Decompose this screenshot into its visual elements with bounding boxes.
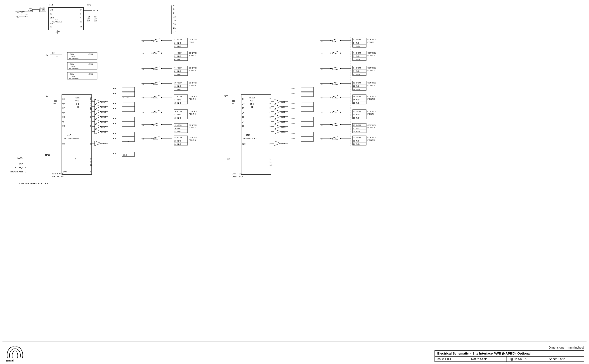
svg-text:9: 9 [174, 73, 175, 75]
svg-text:25V: 25V [87, 20, 90, 22]
svg-marker-373 [274, 119, 280, 124]
svg-text:GND: GND [50, 17, 54, 19]
svg-text:U18:G: U18:G [281, 126, 286, 128]
svg-text:COM: COM [356, 82, 361, 84]
svg-text:3: 3 [143, 97, 144, 99]
svg-text:GND: GND [75, 103, 79, 105]
svg-text:+5V: +5V [113, 137, 117, 140]
svg-text:N/C: N/C [177, 99, 181, 101]
svg-text:POINT 16: POINT 16 [368, 139, 375, 141]
svg-text:14: 14 [80, 9, 82, 11]
svg-text:N/O: N/O [356, 117, 360, 119]
svg-text:CONTROL: CONTROL [189, 67, 197, 69]
svg-text:S1950064  SHEET 2 OF 2  V2: S1950064 SHEET 2 OF 2 V2 [19, 182, 48, 185]
svg-text:CONTROL: CONTROL [189, 39, 197, 41]
svg-text:TP1: TP1 [87, 3, 91, 6]
svg-text:11: 11 [270, 161, 272, 163]
svg-point-469 [330, 138, 331, 139]
svg-text:QH: QH [62, 98, 65, 100]
svg-text:QC: QC [62, 121, 65, 123]
svg-text:N/C: N/C [356, 99, 360, 101]
svg-text:7: 7 [174, 67, 175, 69]
svg-point-455 [330, 112, 331, 113]
svg-text:COM: COM [177, 110, 182, 113]
title-table: Electrical Schematic – Site Interface PW… [435, 350, 584, 362]
svg-text:K6:A: K6:A [153, 112, 158, 114]
svg-point-462 [330, 124, 331, 125]
svg-text:N/O: N/O [356, 143, 360, 145]
svg-text:+5V: +5V [224, 95, 228, 97]
svg-marker-148 [95, 141, 101, 146]
svg-text:10: 10 [90, 97, 92, 99]
svg-text:1: 1 [123, 96, 124, 98]
svg-text:L6: L6 [52, 52, 55, 54]
svg-text:U20:A: U20:A [281, 131, 286, 133]
svg-text:TP2: TP2 [49, 3, 53, 6]
svg-point-237 [151, 138, 152, 139]
svg-text:COM: COM [70, 63, 74, 65]
svg-point-188 [151, 40, 152, 41]
svg-point-420 [330, 40, 331, 41]
svg-text:11: 11 [353, 85, 355, 87]
svg-text:MC74HC595AD: MC74HC595AD [64, 137, 79, 140]
svg-text:K3:A: K3:A [153, 68, 158, 70]
svg-text:CONTROL: CONTROL [368, 39, 376, 41]
svg-point-223 [151, 112, 152, 113]
svg-text:LATCH_CLK: LATCH_CLK [14, 166, 26, 169]
svg-text:COM: COM [177, 39, 182, 41]
svg-marker-377 [274, 124, 280, 129]
svg-text:C1: C1 [39, 7, 42, 9]
svg-text:U16:E: U16:E [101, 121, 106, 123]
svg-text:+5V: +5V [44, 54, 48, 57]
svg-text:C37: C37 [25, 13, 29, 15]
nautel-logo: nautel [5, 346, 25, 362]
svg-text:A: A [75, 158, 76, 160]
scale-info: Not to Scale [469, 357, 507, 362]
svg-text:+5V: +5V [113, 122, 117, 125]
svg-text:5: 5 [353, 55, 354, 57]
svg-text:23: 23 [353, 140, 355, 142]
svg-text:POINT 12: POINT 12 [368, 84, 375, 86]
svg-text:POINT 9: POINT 9 [368, 41, 374, 43]
svg-text:MC14138BD: MC14138BD [69, 58, 79, 60]
drawing-title: Electrical Schematic – Site Interface PW… [435, 351, 584, 357]
svg-text:GND: GND [88, 53, 93, 55]
svg-text:U16:F: U16:F [101, 126, 106, 128]
svg-text:0.1: 0.1 [25, 15, 28, 17]
svg-text:10: 10 [127, 96, 129, 98]
svg-text:2: 2 [174, 42, 175, 44]
svg-marker-128 [95, 109, 101, 114]
svg-text:N/O: N/O [356, 102, 360, 104]
svg-text:12: 12 [90, 164, 92, 166]
svg-text:15: 15 [174, 102, 176, 104]
svg-text:QB: QB [62, 125, 65, 127]
svg-text:14: 14 [270, 158, 272, 160]
svg-text:N/C: N/C [356, 55, 360, 57]
svg-text:U18:E: U18:E [281, 116, 286, 118]
svg-text:3: 3 [270, 116, 271, 118]
svg-text:U19: U19 [246, 134, 250, 136]
svg-text:18: 18 [353, 117, 355, 119]
svg-text:24: 24 [173, 30, 176, 33]
svg-text:U16:A: U16:A [101, 143, 106, 145]
svg-text:VCC: VCC [75, 100, 79, 102]
issue-number: Issue 1.8.1 [435, 357, 469, 362]
svg-text:CONTROL: CONTROL [368, 82, 376, 84]
svg-text:K15:A: K15:A [332, 124, 338, 126]
svg-text:QD: QD [242, 116, 244, 118]
svg-text:POINT 13: POINT 13 [368, 98, 375, 100]
svg-text:N/O: N/O [177, 131, 181, 133]
svg-text:N/O: N/O [356, 88, 360, 90]
svg-text:1: 1 [90, 125, 91, 127]
svg-text:N/C: N/C [356, 127, 360, 130]
svg-text:2: 2 [80, 16, 81, 18]
svg-text:U18:H: U18:H [70, 66, 75, 68]
svg-text:19: 19 [353, 124, 355, 126]
svg-text:U18:F: U18:F [281, 121, 285, 123]
svg-point-202 [151, 68, 152, 69]
svg-text:7: 7 [270, 98, 271, 100]
svg-text:N/O: N/O [356, 73, 360, 75]
svg-text:SQH: SQH [63, 171, 67, 173]
svg-text:12: 12 [174, 88, 176, 90]
svg-text:U16:H: U16:H [70, 56, 75, 58]
